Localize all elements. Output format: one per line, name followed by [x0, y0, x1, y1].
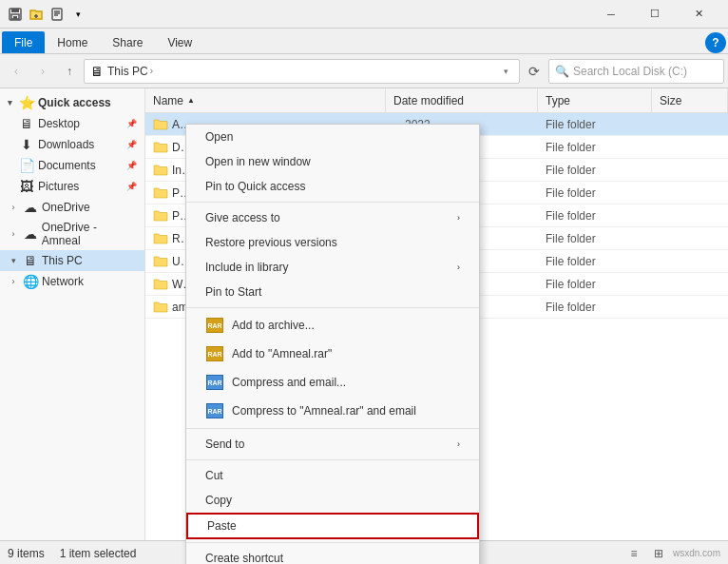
ctx-sep5 — [186, 542, 479, 543]
context-menu: Open Open in new window Pin to Quick acc… — [185, 124, 480, 564]
ctx-open[interactable]: Open — [186, 125, 479, 149]
sidebar-item-quick-access[interactable]: ▾ ⭐ Quick access — [0, 92, 144, 113]
customize-quick-access-btn[interactable]: ▾ — [70, 7, 86, 22]
sidebar-item-onedrive-amneal[interactable]: › ☁ OneDrive - Amneal — [0, 218, 144, 250]
properties-icon[interactable] — [49, 7, 65, 22]
sidebar-item-network[interactable]: › 🌐 Network — [0, 271, 144, 292]
ctx-compress-amneal-email-label: Compress to "Amneal.rar" and email — [232, 404, 416, 418]
sidebar-item-pictures[interactable]: 🖼 Pictures 📌 — [0, 176, 144, 197]
col-header-size[interactable]: Size — [652, 88, 728, 112]
svg-rect-1 — [11, 9, 19, 12]
ctx-rar-icon3: RAR — [205, 373, 224, 392]
ctx-rar-icon2: RAR — [205, 344, 224, 363]
ctx-compress-amneal-email[interactable]: RAR Compress to "Amneal.rar" and email — [186, 397, 479, 425]
sidebar-label-quick-access: Quick access — [38, 96, 111, 109]
ctx-pin-start[interactable]: Pin to Start — [186, 280, 479, 304]
refresh-button[interactable]: ⟳ — [522, 59, 546, 84]
sidebar-label-this-pc: This PC — [42, 254, 83, 267]
sidebar-item-desktop[interactable]: 🖥 Desktop 📌 — [0, 113, 144, 134]
ctx-compress-email[interactable]: RAR Compress and email... — [186, 368, 479, 397]
help-button[interactable]: ? — [705, 32, 726, 53]
title-bar: ▾ ─ ☐ ✕ — [0, 0, 728, 29]
sidebar-label-onedrive: OneDrive — [42, 201, 90, 214]
ctx-sep3 — [186, 428, 479, 429]
ctx-open-label: Open — [205, 130, 233, 144]
sidebar-item-onedrive[interactable]: › ☁ OneDrive — [0, 197, 144, 218]
col-type-label: Type — [546, 94, 570, 107]
up-button[interactable]: ↑ — [57, 59, 82, 84]
ribbon-tabs: File Home Share View ? — [0, 29, 728, 53]
ctx-pin-qa-label: Pin to Quick access — [205, 180, 305, 193]
view-details-btn[interactable]: ≡ — [623, 543, 644, 564]
address-chevron: › — [150, 66, 153, 76]
col-name-label: Name — [153, 94, 183, 107]
tab-view[interactable]: View — [155, 31, 204, 53]
svg-rect-3 — [13, 16, 17, 19]
quick-access-toolbar: ▾ — [8, 7, 86, 22]
tab-file[interactable]: File — [2, 31, 45, 53]
address-pc-icon: 🖥 — [90, 64, 104, 79]
tab-home[interactable]: Home — [45, 31, 100, 53]
sidebar-label-desktop: Desktop — [38, 117, 80, 130]
ctx-create-shortcut[interactable]: Create shortcut — [186, 546, 479, 564]
address-dropdown-btn[interactable]: ▾ — [498, 60, 513, 83]
ctx-pin-quick-access[interactable]: Pin to Quick access — [186, 174, 479, 199]
ctx-add-amneal-rar[interactable]: RAR Add to "Amneal.rar" — [186, 340, 479, 368]
expand-icon: ▾ — [4, 97, 15, 108]
sidebar-item-documents[interactable]: 📄 Documents 📌 — [0, 155, 144, 176]
status-selected-count: 1 item selected — [60, 547, 137, 560]
ctx-paste-label: Paste — [207, 519, 237, 533]
pin-icon-desktop: 📌 — [126, 119, 137, 128]
maximize-button[interactable]: ☐ — [633, 0, 677, 29]
ctx-restore-prev-label: Restore previous versions — [205, 236, 337, 249]
ctx-give-access[interactable]: Give access to › — [186, 205, 479, 230]
new-folder-icon[interactable] — [29, 7, 44, 22]
col-header-type[interactable]: Type — [538, 88, 652, 112]
ctx-cut-label: Cut — [205, 469, 223, 482]
this-pc-icon: 🖥 — [23, 253, 38, 268]
tab-share[interactable]: Share — [100, 31, 155, 53]
ctx-give-access-arrow: › — [457, 213, 460, 223]
sidebar-item-this-pc[interactable]: ▾ 🖥 This PC — [0, 250, 144, 271]
minimize-button[interactable]: ─ — [589, 0, 633, 29]
view-large-btn[interactable]: ⊞ — [648, 543, 669, 564]
sidebar-label-onedrive-amneal: OneDrive - Amneal — [42, 221, 137, 247]
address-bar[interactable]: 🖥 This PC › ▾ — [84, 59, 520, 84]
forward-button[interactable]: › — [30, 59, 55, 84]
ctx-pin-start-label: Pin to Start — [205, 285, 261, 299]
ctx-send-to-label: Send to — [205, 438, 244, 451]
ctx-copy[interactable]: Copy — [186, 488, 479, 513]
ctx-add-archive[interactable]: RAR Add to archive... — [186, 311, 479, 340]
save-icon[interactable] — [8, 7, 23, 22]
sort-icon-name: ▲ — [187, 96, 195, 105]
ctx-open-new-window[interactable]: Open in new window — [186, 149, 479, 174]
ctx-include-library[interactable]: Include in library › — [186, 255, 479, 280]
toolbar-bar: ‹ › ↑ 🖥 This PC › ▾ ⟳ 🔍 Search Local Dis… — [0, 54, 728, 88]
ctx-rar-icon4: RAR — [205, 401, 224, 420]
ctx-sep4 — [186, 459, 479, 460]
ctx-restore-prev[interactable]: Restore previous versions — [186, 230, 479, 255]
ctx-create-shortcut-label: Create shortcut — [205, 552, 283, 564]
close-button[interactable]: ✕ — [677, 0, 720, 29]
ctx-send-to[interactable]: Send to › — [186, 432, 479, 457]
status-right: ≡ ⊞ wsxdn.com — [623, 543, 720, 564]
col-header-name[interactable]: Name ▲ — [145, 88, 386, 112]
ctx-sep2 — [186, 307, 479, 308]
onedrive-icon: ☁ — [23, 200, 38, 215]
search-bar[interactable]: 🔍 Search Local Disk (C:) — [548, 59, 724, 84]
expand-icon-pc: ▾ — [8, 255, 19, 266]
downloads-icon: ⬇ — [19, 137, 34, 152]
back-button[interactable]: ‹ — [4, 59, 29, 84]
sidebar-label-network: Network — [42, 275, 84, 288]
ctx-cut[interactable]: Cut — [186, 463, 479, 488]
ctx-add-amneal-rar-label: Add to "Amneal.rar" — [232, 347, 332, 360]
ctx-paste[interactable]: Paste — [186, 513, 479, 539]
ctx-copy-label: Copy — [205, 494, 232, 507]
col-header-date[interactable]: Date modified — [386, 88, 538, 112]
svg-rect-6 — [52, 9, 62, 20]
pin-icon-downloads: 📌 — [126, 140, 137, 149]
file-list-header: Name ▲ Date modified Type Size — [145, 88, 728, 113]
sidebar-label-pictures: Pictures — [38, 180, 79, 193]
sidebar-item-downloads[interactable]: ⬇ Downloads 📌 — [0, 134, 144, 155]
pictures-icon: 🖼 — [19, 179, 34, 194]
